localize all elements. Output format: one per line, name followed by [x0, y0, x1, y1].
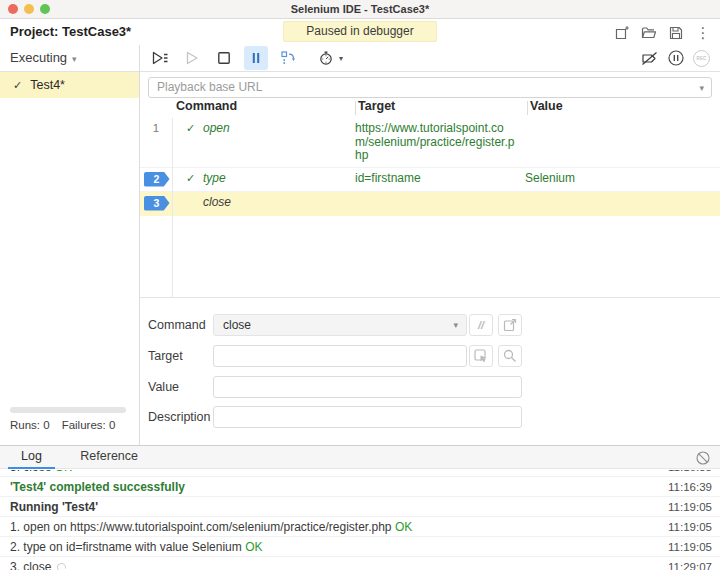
clear-icon — [695, 450, 711, 466]
log-tabbar: Log Reference — [0, 445, 720, 469]
new-project-icon[interactable] — [613, 24, 631, 42]
window-titlebar: Selenium IDE - TestCase3* — [0, 0, 720, 19]
sidebar-item-test4[interactable]: ✓ Test4* — [0, 72, 139, 98]
log-entry-text: Running 'Test4' — [10, 497, 668, 516]
command-field-label: Command — [148, 318, 206, 332]
project-label: Project: — [10, 24, 58, 39]
check-icon: ✓ — [186, 122, 198, 136]
test-speed-button[interactable] — [314, 46, 338, 70]
test-list: ✓ Test4* — [0, 72, 140, 445]
command-select[interactable]: close ▾ — [213, 314, 467, 336]
run-stats: Runs: 0 Failures: 0 — [10, 419, 115, 431]
failures-count: Failures: 0 — [62, 419, 116, 431]
pause-on-exceptions-icon[interactable] — [667, 49, 685, 67]
header-value: Value — [530, 99, 563, 113]
project-bar: Project: TestCase3* Paused in debugger ⋮ — [0, 19, 720, 45]
value-field-label: Value — [148, 380, 179, 394]
external-link-icon — [502, 317, 518, 333]
open-command-reference-button[interactable] — [498, 314, 522, 336]
pause-button[interactable] — [244, 46, 268, 70]
tab-reference[interactable]: Reference — [67, 446, 151, 467]
playback-base-url-input[interactable]: Playback base URL ▾ — [148, 77, 712, 98]
command-name: open — [203, 122, 230, 136]
chevron-down-icon[interactable]: ▾ — [339, 54, 343, 63]
log-entry-text: 1. open on https://www.tutorialspoint.co… — [10, 517, 668, 536]
clear-log-button[interactable] — [695, 450, 711, 466]
description-field-label: Description — [148, 410, 211, 424]
header-command: Command — [176, 99, 237, 113]
row-pointer-cell: 2 — [140, 168, 172, 191]
check-icon: ✓ — [186, 172, 198, 186]
test-name: Test4* — [30, 78, 65, 92]
chevron-down-icon: ▾ — [72, 54, 77, 64]
log-list: 3. close OK11:16:38'Test4' completed suc… — [0, 470, 720, 570]
log-entry-text: 2. type on id=firstname with value Selen… — [10, 537, 668, 556]
toggle-comment-button[interactable]: // — [469, 314, 493, 336]
value-cell: Selenium — [525, 168, 720, 190]
commands-table-rows: 1✓openhttps://www.tutorialspoint.com/sel… — [140, 118, 720, 216]
command-cell: ✓open — [172, 118, 355, 140]
save-project-icon[interactable] — [667, 24, 685, 42]
playback-toolbar: ▾ REC — [140, 45, 720, 72]
log-entry-text: 'Test4' completed successfully — [10, 477, 668, 496]
target-cell: id=firstname — [355, 168, 525, 190]
log-ok-status: OK — [395, 520, 412, 534]
command-name: type — [203, 172, 226, 186]
run-all-tests-button[interactable] — [148, 46, 172, 70]
header-target: Target — [358, 99, 395, 113]
chevron-down-icon: ▾ — [453, 315, 458, 336]
log-entry: 3. close11:29:07 — [0, 557, 720, 570]
tab-log[interactable]: Log — [8, 446, 55, 469]
command-row[interactable]: 1✓openhttps://www.tutorialspoint.com/sel… — [140, 118, 720, 168]
log-entry-text: 3. close OK — [10, 470, 668, 476]
command-row[interactable]: 2✓typeid=firstnameSelenium — [140, 168, 720, 192]
select-target-button[interactable] — [469, 345, 493, 367]
tests-dropdown[interactable]: Executing▾ — [0, 45, 140, 72]
table-bottom-border — [140, 297, 720, 298]
log-entry: Running 'Test4'11:19:05 — [0, 497, 720, 517]
target-input[interactable] — [213, 345, 467, 367]
check-icon — [186, 196, 198, 210]
command-name: close — [203, 196, 231, 210]
find-target-button[interactable] — [498, 345, 522, 367]
select-element-icon — [473, 348, 489, 364]
log-entry: 2. type on id=firstname with value Selen… — [0, 537, 720, 557]
command-cell: ✓type — [172, 168, 355, 190]
disable-breakpoints-icon[interactable] — [641, 49, 659, 67]
log-timestamp: 11:19:05 — [668, 537, 712, 556]
value-cell — [525, 192, 720, 200]
commands-table-header: Command Target Value — [140, 99, 720, 118]
target-field-label: Target — [148, 349, 183, 363]
tests-dropdown-label: Executing — [10, 50, 67, 65]
search-icon — [502, 348, 518, 364]
traffic-lights — [8, 4, 50, 14]
project-name: TestCase3* — [62, 24, 131, 39]
more-options-icon[interactable]: ⋮ — [694, 24, 712, 42]
close-window-button[interactable] — [8, 4, 18, 14]
log-ok-status: OK — [55, 470, 72, 474]
runs-count: Runs: 0 — [10, 419, 50, 431]
row-pointer-cell: 3 — [140, 192, 172, 215]
run-current-test-button[interactable] — [180, 46, 204, 70]
run-progress-bar — [10, 407, 126, 413]
value-cell — [525, 118, 720, 126]
log-ok-status: OK — [245, 540, 262, 554]
open-project-icon[interactable] — [640, 24, 658, 42]
log-timestamp: 11:19:05 — [668, 517, 712, 536]
command-row[interactable]: 3close — [140, 192, 720, 216]
window-title: Selenium IDE - TestCase3* — [291, 3, 430, 15]
row-number-cell: 1 — [140, 118, 172, 138]
target-cell: https://www.tutorialspoint.com/selenium/… — [355, 118, 525, 167]
record-button[interactable]: REC — [693, 50, 710, 67]
description-input[interactable] — [213, 406, 522, 428]
stop-button[interactable] — [212, 46, 236, 70]
step-over-button[interactable] — [276, 46, 300, 70]
minimize-window-button[interactable] — [24, 4, 34, 14]
zoom-window-button[interactable] — [40, 4, 50, 14]
paused-in-debugger-badge: Paused in debugger — [283, 21, 437, 42]
row-number-divider — [172, 118, 173, 297]
log-entry: 'Test4' completed successfully11:16:39 — [0, 477, 720, 497]
project-title: Project: TestCase3* — [10, 19, 131, 45]
log-timestamp: 11:19:05 — [668, 497, 712, 516]
value-input[interactable] — [213, 376, 522, 398]
